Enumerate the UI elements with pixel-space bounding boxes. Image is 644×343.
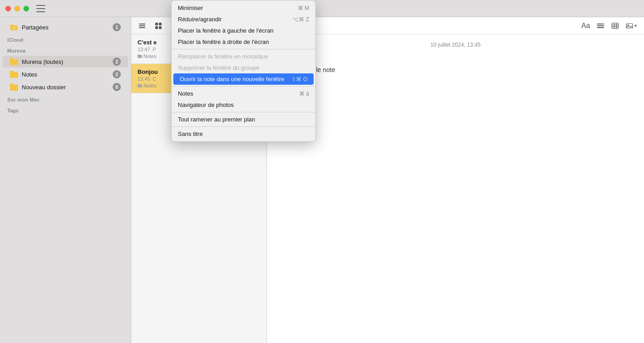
svg-rect-11 xyxy=(138,54,139,56)
folder-icon-nouveau xyxy=(10,83,18,91)
menu-label-sans-titre: Sans titre xyxy=(178,130,203,137)
app-body: Partagées 1 iCloud Murena Murena (toutes… xyxy=(0,17,644,343)
partagees-badge: 1 xyxy=(113,23,121,31)
sidebar-item-nouveau-dossier[interactable]: Nouveau dossier 0 xyxy=(3,81,128,93)
checklist-button[interactable] xyxy=(596,22,605,30)
menu-item-placer-gauche[interactable]: Placer la fenêtre à gauche de l'écran xyxy=(172,25,315,36)
separator-2 xyxy=(172,86,315,87)
table-button[interactable] xyxy=(611,22,619,30)
svg-rect-7 xyxy=(159,23,162,25)
svg-rect-8 xyxy=(155,26,158,29)
menu-label-reduire: Réduire/agrandir xyxy=(178,16,222,23)
partagees-label: Partagées xyxy=(22,24,109,31)
svg-rect-16 xyxy=(597,27,604,28)
menu-item-placer-droite[interactable]: Placer la fenêtre à droite de l'écran xyxy=(172,36,315,48)
murena-toutes-badge: 2 xyxy=(113,58,121,66)
menu-label-placer-droite: Placer la fenêtre à droite de l'écran xyxy=(178,39,269,45)
svg-point-2 xyxy=(13,27,15,29)
separator-1 xyxy=(172,49,315,49)
murena-toutes-label: Murena (toutes) xyxy=(22,58,109,65)
list-view-button[interactable] xyxy=(136,19,148,32)
menu-label-supprimer: Supprimer la fenêtre du groupe xyxy=(178,64,259,71)
close-button[interactable] xyxy=(5,6,11,11)
menu-item-navigateur-photos[interactable]: Navigateur de photos xyxy=(172,99,315,111)
svg-rect-5 xyxy=(139,27,145,28)
svg-rect-15 xyxy=(597,25,604,26)
editor-toolbar: Aa xyxy=(267,17,644,34)
svg-rect-18 xyxy=(612,23,618,29)
maximize-button[interactable] xyxy=(24,6,29,11)
menu-label-placer-gauche: Placer la fenêtre à gauche de l'écran xyxy=(178,27,273,34)
folder-icon-notes xyxy=(10,71,18,78)
svg-rect-17 xyxy=(603,23,604,25)
separator-4 xyxy=(172,126,315,127)
grid-view-button[interactable] xyxy=(152,19,165,32)
menu-item-sans-titre[interactable]: Sans titre xyxy=(172,128,315,140)
svg-rect-23 xyxy=(626,24,633,28)
notes-badge: 2 xyxy=(113,70,121,78)
note-preview-2: C xyxy=(153,76,157,82)
nouveau-dossier-badge: 0 xyxy=(113,83,121,91)
menu-item-reduire[interactable]: Réduire/agrandir ⌥⌘ Z xyxy=(172,14,315,25)
content-line-1: Phon.fr xyxy=(285,55,626,63)
media-button[interactable]: ▾ xyxy=(625,22,637,30)
note-time-1: 13:47 xyxy=(138,47,150,52)
menu-label-tout-ramener: Tout ramener au premier plan xyxy=(178,116,255,123)
menu-shortcut-reduire: ⌥⌘ Z xyxy=(292,16,309,23)
svg-rect-6 xyxy=(155,23,158,25)
content-line-2: une nouvelle note xyxy=(285,66,626,73)
menu-label-notes: Notes xyxy=(178,90,193,97)
svg-rect-9 xyxy=(159,26,162,29)
svg-rect-4 xyxy=(139,25,145,26)
menu-label-ouvrir-nouvelle: Ouvrir la note dans une nouvelle fenêtre xyxy=(180,76,284,82)
sidebar-item-notes[interactable]: Notes 2 xyxy=(3,68,128,80)
menu-item-ouvrir-nouvelle[interactable]: Ouvrir la note dans une nouvelle fenêtre… xyxy=(173,73,314,85)
menu-item-supprimer: Supprimer la fenêtre du groupe xyxy=(172,62,315,73)
menu-shortcut-notes: ⌘ à xyxy=(299,91,309,97)
note-time-2: 13:45 xyxy=(138,76,150,82)
titlebar xyxy=(0,0,644,17)
menu-label-navigateur-photos: Navigateur de photos xyxy=(178,101,234,108)
sidebar-item-murena-toutes[interactable]: Murena (toutes) 2 xyxy=(3,56,128,68)
svg-rect-3 xyxy=(139,24,145,24)
menu-label-minimiser: Minimiser xyxy=(178,5,203,11)
context-menu: Minimiser ⌘ M Réduire/agrandir ⌥⌘ Z Plac… xyxy=(171,0,316,142)
sur-mon-mac-header: Sur mon Mac xyxy=(0,93,131,104)
menu-shortcut-minimiser: ⌘ M xyxy=(298,5,309,11)
svg-rect-1 xyxy=(10,24,14,26)
sidebar: Partagées 1 iCloud Murena Murena (toutes… xyxy=(0,17,131,343)
sidebar-item-partagees[interactable]: Partagées 1 xyxy=(3,21,128,33)
icloud-header: iCloud xyxy=(0,34,131,44)
minimize-button[interactable] xyxy=(14,6,20,11)
sidebar-toggle-button[interactable] xyxy=(36,5,45,12)
note-preview-1: P xyxy=(153,47,156,52)
font-size-button[interactable]: Aa xyxy=(581,22,590,30)
murena-header: Murena xyxy=(0,44,131,55)
separator-3 xyxy=(172,112,315,112)
tags-header: Tags xyxy=(0,104,131,115)
share-folder-icon xyxy=(10,23,18,31)
svg-rect-13 xyxy=(138,84,139,85)
folder-icon xyxy=(10,58,18,65)
menu-item-remplacer: Remplacer la fenêtre en mosaïque xyxy=(172,51,315,62)
menu-item-notes[interactable]: Notes ⌘ à xyxy=(172,88,315,99)
menu-shortcut-ouvrir-nouvelle: ⇧⌘ O xyxy=(291,76,307,82)
editor-content[interactable]: Phon.fr une nouvelle note xyxy=(267,55,644,343)
nouveau-dossier-label: Nouveau dossier xyxy=(22,84,109,91)
menu-label-remplacer: Remplacer la fenêtre en mosaïque xyxy=(178,53,268,60)
note-editor: Aa xyxy=(267,17,644,343)
notes-label: Notes xyxy=(22,71,109,78)
menu-item-tout-ramener[interactable]: Tout ramener au premier plan xyxy=(172,114,315,125)
menu-item-minimiser[interactable]: Minimiser ⌘ M xyxy=(172,2,315,14)
editor-date: 10 juillet 2024, 13:45 xyxy=(267,34,644,55)
